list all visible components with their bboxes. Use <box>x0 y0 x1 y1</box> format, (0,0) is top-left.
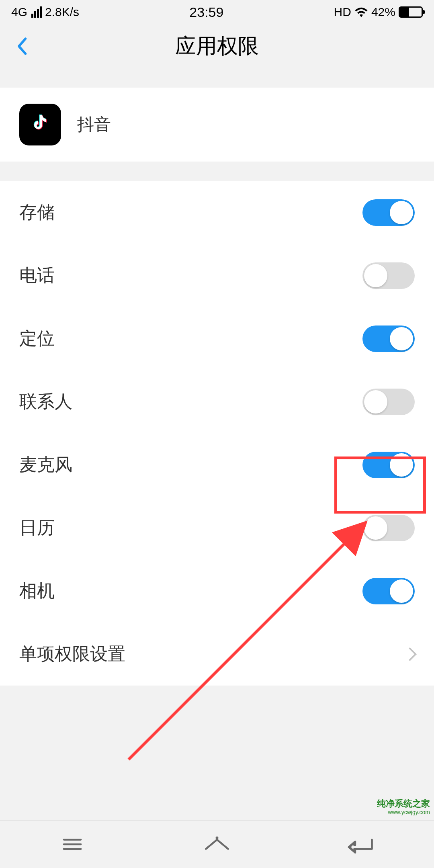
network-label: 4G <box>11 5 27 19</box>
toggle-camera[interactable] <box>362 578 415 604</box>
network-speed: 2.8K/s <box>45 5 79 19</box>
perm-item-location: 定位 <box>0 307 434 370</box>
perm-label: 麦克风 <box>19 453 72 477</box>
status-right: HD 42% <box>334 5 423 19</box>
nav-bar <box>0 820 434 868</box>
page-title: 应用权限 <box>0 32 434 60</box>
watermark-line2: www.ycwjgy.com <box>377 809 430 816</box>
permission-list: 存储 电话 定位 联系人 麦克风 日历 相机 单项权限设置 <box>0 181 434 686</box>
perm-item-camera: 相机 <box>0 559 434 622</box>
perm-label: 日历 <box>19 516 55 540</box>
perm-label: 电话 <box>19 264 55 287</box>
perm-label: 联系人 <box>19 390 72 414</box>
douyin-icon <box>28 113 52 137</box>
watermark: 纯净系统之家 www.ycwjgy.com <box>377 798 430 816</box>
perm-label: 相机 <box>19 579 55 603</box>
hd-label: HD <box>334 5 351 19</box>
svg-point-4 <box>216 836 219 839</box>
perm-item-calendar: 日历 <box>0 496 434 559</box>
app-name: 抖音 <box>77 113 111 136</box>
app-row: 抖音 <box>0 88 434 162</box>
status-time: 23:59 <box>189 4 223 20</box>
signal-icon <box>31 6 42 18</box>
section-gap <box>0 68 434 88</box>
toggle-contacts[interactable] <box>362 389 415 415</box>
nav-recent-button[interactable] <box>56 832 88 856</box>
advanced-label: 单项权限设置 <box>19 642 125 666</box>
back-button[interactable] <box>16 34 32 58</box>
header: 应用权限 <box>0 24 434 68</box>
perm-item-phone: 电话 <box>0 244 434 307</box>
perm-label: 存储 <box>19 201 55 224</box>
status-bar: 4G 2.8K/s 23:59 HD 42% <box>0 0 434 24</box>
perm-label: 定位 <box>19 327 55 350</box>
status-left: 4G 2.8K/s <box>11 5 79 19</box>
home-icon <box>203 835 231 854</box>
back-icon <box>348 835 376 854</box>
toggle-phone[interactable] <box>362 262 415 289</box>
chevron-right-icon <box>403 647 417 661</box>
advanced-permissions-row[interactable]: 单项权限设置 <box>0 622 434 686</box>
perm-item-microphone: 麦克风 <box>0 433 434 496</box>
battery-icon <box>399 6 423 18</box>
toggle-location[interactable] <box>362 326 415 352</box>
battery-percent: 42% <box>371 5 395 19</box>
menu-icon <box>61 836 84 853</box>
wifi-icon <box>354 7 368 17</box>
toggle-microphone[interactable] <box>362 452 415 478</box>
app-icon-douyin <box>19 104 61 145</box>
toggle-storage[interactable] <box>362 199 415 226</box>
perm-item-contacts: 联系人 <box>0 370 434 433</box>
chevron-left-icon <box>16 37 27 56</box>
perm-item-storage: 存储 <box>0 181 434 244</box>
section-gap-2 <box>0 162 434 181</box>
watermark-line1: 纯净系统之家 <box>377 798 430 809</box>
nav-back-button[interactable] <box>346 832 378 856</box>
toggle-calendar[interactable] <box>362 515 415 541</box>
nav-home-button[interactable] <box>201 832 233 856</box>
